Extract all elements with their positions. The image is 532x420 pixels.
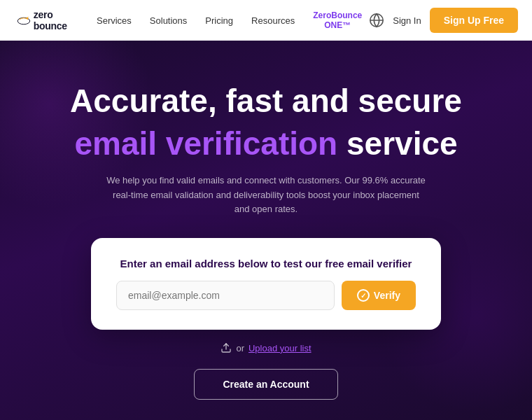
- create-account-button[interactable]: Create an Account: [194, 369, 337, 400]
- hero-section: Accurate, fast and secure email verifica…: [0, 41, 532, 420]
- hero-service-text: service: [337, 125, 457, 162]
- logo-text: zero bounce: [34, 9, 73, 31]
- logo-icon: [17, 13, 31, 27]
- sign-up-button[interactable]: Sign Up Free: [430, 8, 518, 33]
- hero-title-line2: email verification service: [74, 125, 457, 162]
- sign-in-link[interactable]: Sign In: [393, 15, 421, 26]
- hero-subtitle: We help you find valid emails and connec…: [105, 174, 427, 217]
- email-input[interactable]: [116, 281, 335, 310]
- nav-links: Services Solutions Pricing Resources Zer…: [90, 6, 369, 35]
- logo[interactable]: zero bounce: [17, 9, 73, 31]
- upload-row: or Upload your list: [220, 342, 311, 354]
- upload-icon: [220, 342, 232, 354]
- verify-button[interactable]: ✓ Verify: [342, 281, 416, 310]
- navbar: zero bounce Services Solutions Pricing R…: [0, 0, 532, 41]
- verify-btn-label: Verify: [374, 290, 400, 301]
- nav-pricing[interactable]: Pricing: [198, 11, 240, 30]
- nav-zerobounce-one[interactable]: ZeroBounce ONE™: [306, 6, 369, 35]
- card-title: Enter an email address below to test our…: [116, 258, 416, 270]
- upload-text: or: [236, 343, 244, 354]
- check-circle-icon: ✓: [357, 289, 370, 302]
- hero-highlight-text: email verification: [74, 125, 337, 162]
- nav-right: Sign In Sign Up Free: [369, 8, 518, 33]
- upload-list-link[interactable]: Upload your list: [248, 343, 312, 354]
- input-row: ✓ Verify: [116, 281, 416, 310]
- globe-icon[interactable]: [369, 13, 384, 28]
- nav-solutions[interactable]: Solutions: [143, 11, 194, 30]
- nav-services[interactable]: Services: [90, 11, 139, 30]
- verifier-card: Enter an email address below to test our…: [91, 238, 441, 330]
- hero-title-line1: Accurate, fast and secure: [70, 83, 462, 120]
- nav-resources[interactable]: Resources: [244, 11, 302, 30]
